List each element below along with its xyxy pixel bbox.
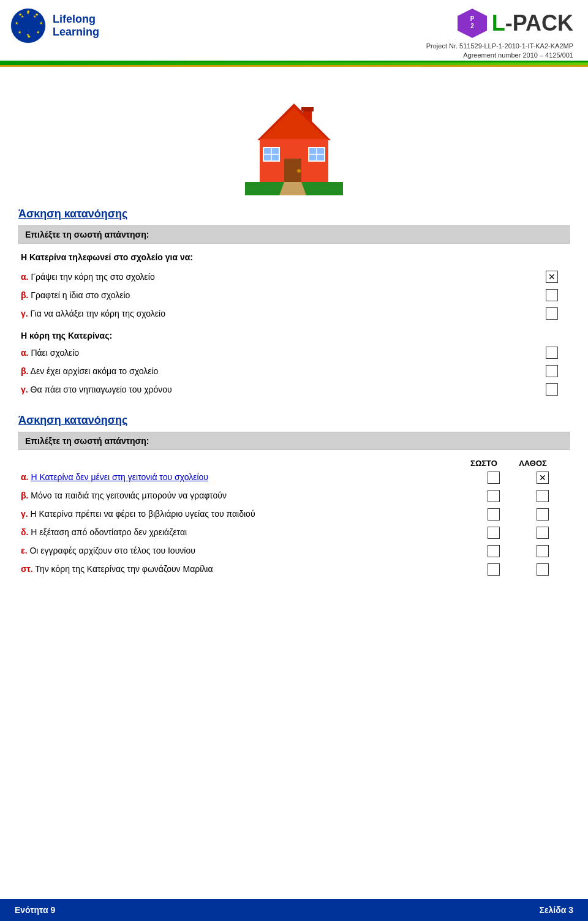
section1-instruction: Επιλέξτε τη σωστή απάντηση: xyxy=(18,225,570,244)
sub-question: Η κόρη της Κατερίνας: xyxy=(21,331,570,340)
svg-text:★: ★ xyxy=(15,21,18,25)
answer-text: α. Πάει σχολείο xyxy=(21,348,537,358)
section2-instruction: Επιλέξτε τη σωστή απάντηση: xyxy=(18,432,570,450)
svg-text:2: 2 xyxy=(470,23,474,29)
answer-text: γ. Θα πάει στο νηπιαγωγείο του χρόνου xyxy=(21,385,537,394)
section1-main-question: Η Κατερίνα τηλεφωνεί στο σχολείο για να: xyxy=(18,252,570,262)
cols-area xyxy=(469,527,567,539)
project-info: Project Nr. 511529-LLP-1-2010-1-IT-KA2-K… xyxy=(426,42,573,61)
checkbox-correct[interactable] xyxy=(488,563,500,576)
answer-text2: α. Η Κατερίνα δεν μένει στη γειτονιά του… xyxy=(21,472,469,484)
col-wrong-header: ΛΑΘΟΣ xyxy=(508,459,557,468)
svg-text:★: ★ xyxy=(39,21,43,25)
section2: Άσκηση κατανόησης Επιλέξτε τη σωστή απάν… xyxy=(18,414,570,576)
answer-text: β. Δεν έχει αρχίσει ακόμα το σχολείο xyxy=(21,366,537,376)
checkbox-wrong[interactable] xyxy=(537,490,549,502)
section2-answers: α. Η Κατερίνα δεν μένει στη γειτονιά του… xyxy=(18,472,570,576)
footer-left: Ενότητα 9 xyxy=(15,905,55,915)
svg-text:★: ★ xyxy=(18,30,21,34)
checkbox-wrong[interactable] xyxy=(537,472,549,484)
svg-text:★: ★ xyxy=(36,30,40,34)
checkbox-correct[interactable] xyxy=(488,490,500,502)
checkbox-wrong[interactable] xyxy=(537,545,549,557)
answer-row: α. Πάει σχολείο xyxy=(18,347,570,359)
checkbox-wrong[interactable] xyxy=(537,527,549,539)
wrong-check[interactable] xyxy=(518,527,567,539)
section1-answers: α. Γράψει την κόρη της στο σχολείο β. Γρ… xyxy=(18,271,570,320)
wrong-check[interactable] xyxy=(518,545,567,557)
correct-check[interactable] xyxy=(469,508,518,521)
checkbox-area[interactable] xyxy=(537,365,567,377)
wrong-check[interactable] xyxy=(518,490,567,502)
answer-row2: γ. Η Κατερίνα πρέπει να φέρει το βιβλιάρ… xyxy=(18,508,570,521)
checkbox-area[interactable] xyxy=(537,383,567,396)
answer-text2: στ. Την κόρη της Κατερίνας την φωνάζουν … xyxy=(21,563,469,576)
lifelong-logo-text: Lifelong Learning xyxy=(53,13,99,39)
answer-text: γ. Για να αλλάξει την κόρη της σχολείο xyxy=(21,309,537,318)
checkbox-correct[interactable] xyxy=(488,527,500,539)
cols-area xyxy=(469,508,567,521)
svg-text:★: ★ xyxy=(26,33,29,37)
answer-table-header: ΣΩΣΤΟ ΛΑΘΟΣ xyxy=(18,459,570,468)
logo-left: ★ ★ ★ ★ ★ ★ ★ ★ ★ ★ ★ ★ Lifelong Learnin… xyxy=(10,7,99,44)
lifelong-line1: Lifelong xyxy=(53,13,99,26)
answer-row: β. Γραφτεί η ίδια στο σχολείο xyxy=(18,289,570,301)
checkbox[interactable] xyxy=(546,347,558,359)
answer-row: γ. Θα πάει στο νηπιαγωγείο του χρόνου xyxy=(18,383,570,396)
answer-text2: ε. Οι εγγραφές αρχίζουν στο τέλος του Ιο… xyxy=(21,545,469,557)
answer-text2: β. Μόνο τα παιδιά της γειτονιάς μπορούν … xyxy=(21,490,469,502)
footer-right: Σελίδα 3 xyxy=(540,905,574,915)
svg-text:★: ★ xyxy=(26,11,29,15)
correct-check[interactable] xyxy=(469,527,518,539)
section2-heading: Άσκηση κατανόησης xyxy=(18,414,570,427)
house-svg xyxy=(245,91,343,195)
answer-row2: στ. Την κόρη της Κατερίνας την φωνάζουν … xyxy=(18,563,570,576)
checkbox[interactable] xyxy=(546,365,558,377)
answer-text2: δ. Η εξέταση από οδοντίατρο δεν χρειάζετ… xyxy=(21,527,469,539)
checkbox-area[interactable] xyxy=(537,289,567,301)
section1-sub-answers: α. Πάει σχολείο β. Δεν έχει αρχίσει ακόμ… xyxy=(18,347,570,396)
lpack-name: L-PACK xyxy=(492,12,573,34)
lpack-badge-icon: P 2 xyxy=(456,7,488,39)
separator-gold xyxy=(0,65,588,67)
checkbox-correct[interactable] xyxy=(488,545,500,557)
checkbox[interactable] xyxy=(546,307,558,320)
cols-area xyxy=(469,563,567,576)
svg-text:★: ★ xyxy=(21,15,24,18)
lpack-logo: P 2 L-PACK Project Nr. 511529-LLP-1-2010… xyxy=(426,7,573,61)
answer-row2: ε. Οι εγγραφές αρχίζουν στο τέλος του Ιο… xyxy=(18,545,570,557)
checkbox-area[interactable] xyxy=(537,271,567,283)
answer-row2: δ. Η εξέταση από οδοντίατρο δεν χρειάζετ… xyxy=(18,527,570,539)
house-illustration xyxy=(18,91,570,195)
checkbox-correct[interactable] xyxy=(488,472,500,484)
cols-area xyxy=(469,490,567,502)
svg-text:P: P xyxy=(470,15,474,22)
svg-marker-19 xyxy=(260,107,328,140)
page-header: ★ ★ ★ ★ ★ ★ ★ ★ ★ ★ ★ ★ Lifelong Learnin… xyxy=(0,0,588,62)
checkbox-wrong[interactable] xyxy=(537,508,549,521)
correct-check[interactable] xyxy=(469,472,518,484)
correct-check[interactable] xyxy=(469,490,518,502)
answer-row: α. Γράψει την κόρη της στο σχολείο xyxy=(18,271,570,283)
section1-heading: Άσκηση κατανόησης xyxy=(18,208,570,220)
checkbox-correct[interactable] xyxy=(488,508,500,521)
col-correct-header: ΣΩΣΤΟ xyxy=(459,459,508,468)
wrong-check[interactable] xyxy=(518,472,567,484)
answer-row2: α. Η Κατερίνα δεν μένει στη γειτονιά του… xyxy=(18,472,570,484)
checkbox[interactable] xyxy=(546,271,558,283)
answer-row: γ. Για να αλλάξει την κόρη της σχολείο xyxy=(18,307,570,320)
checkbox[interactable] xyxy=(546,289,558,301)
checkbox[interactable] xyxy=(546,383,558,396)
cols-area xyxy=(469,472,567,484)
checkbox-wrong[interactable] xyxy=(537,563,549,576)
correct-check[interactable] xyxy=(469,563,518,576)
wrong-check[interactable] xyxy=(518,563,567,576)
checkbox-area[interactable] xyxy=(537,307,567,320)
correct-check[interactable] xyxy=(469,545,518,557)
wrong-check[interactable] xyxy=(518,508,567,521)
svg-point-22 xyxy=(297,169,301,173)
checkbox-area[interactable] xyxy=(537,347,567,359)
eu-logo: ★ ★ ★ ★ ★ ★ ★ ★ ★ ★ ★ ★ xyxy=(10,7,47,44)
cols-area xyxy=(469,545,567,557)
main-content: Άσκηση κατανόησης Επιλέξτε τη σωστή απάν… xyxy=(0,73,588,631)
